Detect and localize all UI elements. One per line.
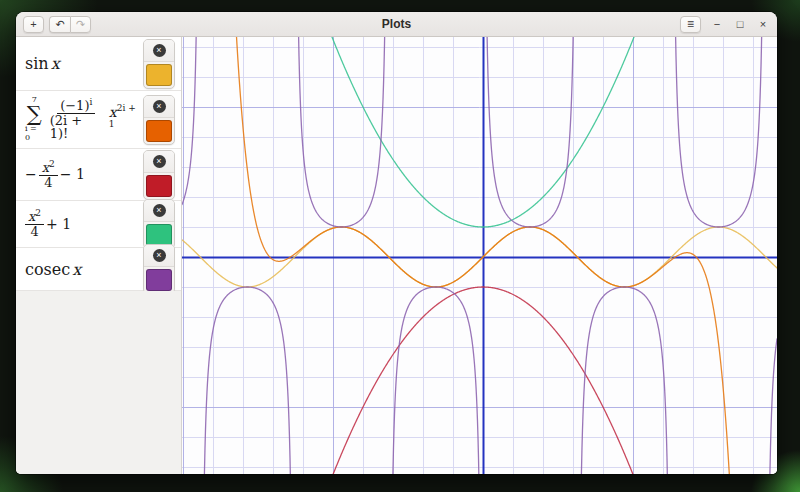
equation-controls: × bbox=[143, 244, 175, 294]
remove-equation-button[interactable]: × bbox=[144, 200, 174, 222]
power-base: x bbox=[109, 103, 117, 119]
remove-icon: × bbox=[153, 44, 166, 57]
main-content: sinx × 7 ∑ i = 0 bbox=[16, 37, 777, 474]
numerator-exponent: 2 bbox=[49, 159, 55, 169]
formula-cosec[interactable]: cosecx bbox=[25, 260, 81, 279]
formula-tail: − 1 bbox=[60, 166, 85, 182]
color-swatch[interactable] bbox=[146, 120, 172, 142]
equation-controls: × bbox=[143, 199, 175, 249]
color-swatch[interactable] bbox=[146, 224, 172, 246]
remove-equation-button[interactable]: × bbox=[144, 40, 174, 62]
titlebar-right-controls: ≡ − □ × bbox=[680, 16, 770, 33]
plots-window: + ↶ ↷ Plots ≡ − □ × sinx × bbox=[16, 12, 777, 474]
fraction-denominator: 4 bbox=[27, 225, 41, 239]
equation-sidebar: sinx × 7 ∑ i = 0 bbox=[16, 37, 182, 474]
remove-icon: × bbox=[153, 155, 166, 168]
formula-tail: + 1 bbox=[46, 216, 71, 232]
equation-row-neg-parabola: − x2 4 − 1 × bbox=[16, 149, 181, 201]
minimize-icon[interactable]: − bbox=[710, 16, 724, 33]
sigma-icon: ∑ bbox=[27, 105, 42, 125]
formula-pos-parabola[interactable]: x2 4 + 1 bbox=[25, 209, 71, 239]
formula-taylor-sum[interactable]: 7 ∑ i = 0 (−1)i (2i + 1)! x2i + 1 bbox=[25, 96, 143, 142]
formula-func-name: cosec bbox=[25, 260, 70, 279]
numerator-exponent: 2 bbox=[35, 208, 41, 218]
undo-button[interactable]: ↶ bbox=[49, 16, 70, 33]
color-swatch[interactable] bbox=[146, 269, 172, 291]
fraction: x2 4 bbox=[39, 160, 58, 190]
undo-redo-group: ↶ ↷ bbox=[49, 16, 91, 33]
add-equation-button[interactable]: + bbox=[23, 16, 44, 33]
close-icon[interactable]: × bbox=[756, 16, 770, 33]
formula-func-name: sin bbox=[25, 54, 49, 73]
color-swatch[interactable] bbox=[146, 175, 172, 197]
equation-row-cosec: cosecx × bbox=[16, 248, 181, 291]
remove-equation-button[interactable]: × bbox=[144, 151, 174, 173]
equation-row-pos-parabola: x2 4 + 1 × bbox=[16, 201, 181, 248]
fraction-denominator: (2i + 1)! bbox=[47, 114, 106, 141]
equation-row-taylor-sum: 7 ∑ i = 0 (−1)i (2i + 1)! x2i + 1 × bbox=[16, 91, 181, 149]
summation-operator: 7 ∑ i = 0 bbox=[25, 96, 44, 142]
plot-area bbox=[182, 37, 777, 474]
remove-icon: × bbox=[153, 100, 166, 113]
leading-sign: − bbox=[25, 166, 37, 182]
sidebar-empty-area bbox=[16, 291, 181, 474]
power-term: x2i + 1 bbox=[109, 103, 143, 136]
numerator-exponent: i bbox=[89, 97, 92, 107]
equation-controls: × bbox=[143, 39, 175, 89]
sum-lower-limit: i = 0 bbox=[25, 125, 44, 143]
equation-row-sin: sinx × bbox=[16, 37, 181, 91]
formula-neg-parabola[interactable]: − x2 4 − 1 bbox=[25, 160, 85, 190]
window-title: Plots bbox=[16, 17, 777, 31]
formula-sin[interactable]: sinx bbox=[25, 54, 60, 73]
remove-icon: × bbox=[153, 249, 166, 262]
fraction: x2 4 bbox=[25, 209, 44, 239]
menu-icon[interactable]: ≡ bbox=[680, 16, 701, 33]
formula-arg: x bbox=[72, 260, 81, 279]
maximize-icon[interactable]: □ bbox=[733, 16, 747, 33]
fraction-numerator: x bbox=[42, 160, 49, 175]
titlebar[interactable]: + ↶ ↷ Plots ≡ − □ × bbox=[16, 12, 777, 37]
fraction-numerator: (−1) bbox=[60, 98, 89, 113]
redo-button[interactable]: ↷ bbox=[70, 16, 91, 33]
remove-icon: × bbox=[153, 204, 166, 217]
equation-controls: × bbox=[143, 150, 175, 200]
fraction-denominator: 4 bbox=[41, 176, 55, 190]
color-swatch[interactable] bbox=[146, 64, 172, 86]
plot-canvas[interactable] bbox=[182, 37, 777, 474]
sum-fraction: (−1)i (2i + 1)! bbox=[47, 98, 106, 141]
remove-equation-button[interactable]: × bbox=[144, 245, 174, 267]
formula-arg: x bbox=[51, 54, 60, 73]
remove-equation-button[interactable]: × bbox=[144, 96, 174, 118]
equation-controls: × bbox=[143, 95, 175, 145]
